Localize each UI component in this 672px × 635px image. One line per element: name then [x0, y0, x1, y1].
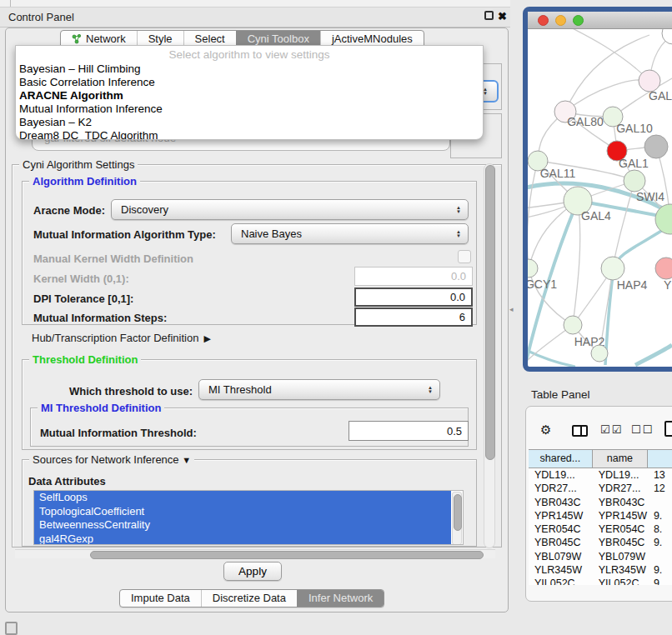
algorithm-option[interactable]: Dream8 DC_TDC Algorithm — [16, 129, 483, 140]
mi-steps-label: Mutual Information Steps: — [33, 312, 167, 324]
table-cell: 12 — [648, 482, 672, 495]
bottom-tabs: Impute Data Discretize Data Infer Networ… — [119, 589, 384, 608]
table-cell: YLR345W — [529, 563, 593, 577]
tab-impute-data[interactable]: Impute Data — [120, 590, 201, 607]
table-body[interactable]: YDL19...YDL19...13YDR27...YDR27...12YBR0… — [529, 468, 672, 585]
network-node[interactable] — [644, 135, 668, 158]
table-cell — [648, 550, 672, 563]
column-header-name[interactable]: name — [593, 450, 648, 468]
network-node[interactable] — [624, 170, 645, 192]
top-strip — [0, 0, 510, 7]
network-node[interactable] — [591, 345, 608, 362]
mi-algorithm-type-select[interactable]: Naive Bayes ▲▼ — [231, 223, 469, 244]
apply-button[interactable]: Apply — [223, 562, 282, 581]
close-window-icon[interactable] — [538, 15, 549, 26]
data-attributes-list[interactable]: SelfLoopsTopologicalCoefficientBetweenne… — [33, 490, 464, 545]
algorithm-option[interactable]: Bayesian – Hill Climbing — [16, 62, 483, 76]
table-row[interactable]: YDL19...YDL19...13 — [529, 468, 672, 482]
network-node[interactable] — [564, 316, 582, 334]
page-icon[interactable] — [664, 421, 672, 437]
algorithm-option[interactable]: ARACNE Algorithm — [16, 89, 483, 102]
table-cell — [648, 496, 672, 509]
algorithm-option[interactable]: Mutual Information Inference — [16, 102, 483, 116]
deselect-all-checkboxes-icon[interactable]: ☐☐ — [631, 423, 654, 436]
minimize-window-icon[interactable] — [555, 15, 566, 26]
table-settings-gear-icon[interactable]: ⚙ — [540, 422, 551, 438]
attribute-item[interactable]: gal4RGexp — [34, 532, 451, 546]
network-edge[interactable] — [528, 161, 538, 268]
table-cell: 13 — [648, 468, 672, 482]
sources-title[interactable]: Sources for Network Inference ▼ — [29, 453, 194, 467]
settings-horizontal-scrollbar[interactable] — [15, 549, 495, 558]
mi-threshold-label: Mutual Information Threshold: — [40, 427, 197, 439]
close-panel-icon[interactable]: ✖ — [498, 8, 507, 26]
which-threshold-select[interactable]: MI Threshold ▲▼ — [198, 379, 440, 400]
attribute-item[interactable]: TopologicalCoefficient — [34, 505, 451, 519]
aracne-mode-select[interactable]: Discovery ▲▼ — [111, 199, 469, 220]
table-row[interactable]: YIL052CYIL052C9 — [529, 577, 672, 585]
table-cell: YBL079W — [593, 550, 648, 563]
screen: Control Panel ✖ Network Style Select Cyn… — [0, 0, 672, 635]
attribute-item[interactable]: BetweennessCentrality — [34, 518, 451, 532]
network-canvas[interactable]: GALGAL80GAL10GAL1GAL11GAL4SWI4GCY1HAP4YH… — [528, 29, 672, 367]
table-row[interactable]: YBL079WYBL079W — [529, 550, 672, 563]
network-node[interactable] — [655, 204, 672, 234]
network-node-label: GAL1 — [619, 157, 649, 170]
split-columns-icon[interactable] — [572, 425, 588, 437]
float-panel-icon[interactable] — [484, 11, 494, 20]
table-cell: YPR145W — [529, 509, 593, 522]
network-node[interactable] — [601, 257, 624, 280]
table-cell: YDR27... — [529, 482, 593, 495]
table-cell: 9. — [648, 563, 672, 577]
minimized-panel-icon[interactable] — [5, 622, 18, 635]
algorithm-option[interactable]: Bayesian – K2 — [16, 116, 483, 129]
table-cell: YIL052C — [593, 577, 648, 585]
table-cell: YBR043C — [593, 496, 648, 509]
network-node-label: GAL11 — [540, 167, 576, 180]
table-row[interactable]: YBR045CYBR045C9. — [529, 536, 672, 549]
manual-kernel-checkbox[interactable] — [458, 250, 471, 263]
network-edge[interactable] — [554, 29, 649, 81]
table-cell: YBR045C — [593, 536, 648, 549]
network-node-label: GCY1 — [528, 278, 557, 291]
network-edge[interactable] — [573, 201, 580, 325]
hub-section-toggle[interactable]: Hub/Transcription Factor Definition▶ — [32, 332, 211, 345]
tab-infer-network[interactable]: Infer Network — [297, 590, 384, 607]
attributes-scrollbar[interactable] — [452, 492, 462, 545]
table-row[interactable]: YLR345WYLR345W9. — [529, 563, 672, 577]
network-node[interactable] — [655, 258, 672, 279]
column-header-partial[interactable] — [648, 450, 672, 468]
mi-steps-field[interactable]: 6 — [354, 308, 473, 327]
network-node-label: GAL — [649, 89, 672, 102]
zoom-window-icon[interactable] — [573, 15, 584, 26]
algorithm-option[interactable]: Basic Correlation Inference — [16, 76, 483, 89]
table-cell: YDL19... — [593, 468, 648, 482]
table-row[interactable]: YER054CYER054C8. — [529, 522, 672, 536]
dpi-tolerance-field[interactable]: 0.0 — [354, 288, 473, 307]
select-all-checkboxes-icon[interactable]: ☑☑ — [600, 423, 623, 436]
network-edge[interactable] — [635, 345, 672, 365]
split-pane-grip[interactable]: ◂ — [509, 305, 514, 313]
data-attributes-label: Data Attributes — [28, 475, 106, 488]
mi-threshold-definition-title: MI Threshold Definition — [38, 402, 164, 414]
network-node[interactable] — [528, 259, 538, 278]
manual-kernel-label: Manual Kernel Width Definition — [33, 252, 193, 265]
column-header-shared-name[interactable]: shared... — [529, 450, 593, 468]
mi-algorithm-type-label: Mutual Information Algorithm Type: — [33, 228, 216, 241]
mi-threshold-field[interactable]: 0.5 — [349, 421, 469, 441]
algorithm-dropdown: Select algorithm to view settings Bayesi… — [15, 45, 484, 140]
kernel-width-field[interactable]: 0.0 — [354, 267, 473, 286]
network-window-titlebar[interactable] — [528, 12, 672, 29]
tab-discretize-data[interactable]: Discretize Data — [201, 590, 297, 607]
network-edge[interactable] — [565, 80, 649, 112]
settings-vertical-scrollbar[interactable] — [484, 163, 495, 548]
network-node[interactable] — [662, 29, 672, 44]
attribute-item[interactable]: SelfLoops — [34, 491, 451, 505]
table-row[interactable]: YBR043CYBR043C — [529, 496, 672, 509]
network-node-label: SWI4 — [636, 190, 664, 203]
network-edge[interactable] — [528, 348, 575, 367]
table-row[interactable]: YPR145WYPR145W9. — [529, 509, 672, 522]
table-row[interactable]: YDR27...YDR27...12 — [529, 482, 672, 495]
table-cell: YIL052C — [529, 577, 593, 585]
table-cell: YBL079W — [529, 550, 593, 563]
